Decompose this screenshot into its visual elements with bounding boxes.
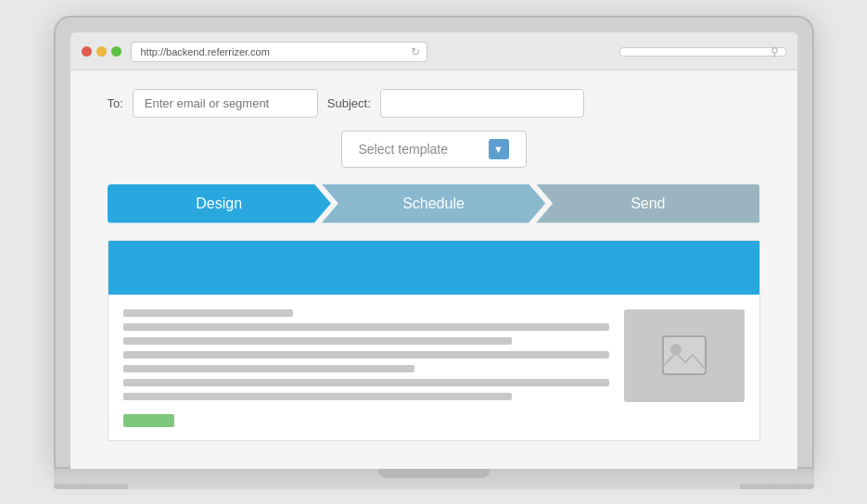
preview-line-1 [123, 309, 293, 317]
preview-header-bar [108, 241, 759, 295]
to-input[interactable] [133, 89, 318, 118]
subject-input[interactable] [380, 89, 584, 118]
minimize-dot[interactable] [96, 46, 107, 57]
close-dot[interactable] [82, 46, 92, 57]
preview-line-4 [123, 351, 609, 359]
laptop-foot-left [54, 484, 128, 489]
refresh-icon[interactable]: ↻ [411, 45, 420, 58]
step-send-label: Send [631, 195, 665, 212]
laptop-mockup: http://backend.referrizer.com ↻ ⚲ To: Su… [54, 16, 814, 489]
laptop-notch [378, 469, 490, 478]
browser-chrome: http://backend.referrizer.com ↻ ⚲ [70, 32, 797, 70]
preview-line-7 [123, 393, 512, 400]
step-schedule-label: Schedule [402, 195, 465, 212]
laptop-base [54, 469, 814, 489]
svg-rect-0 [663, 336, 706, 374]
to-label: To: [108, 96, 123, 110]
preview-line-6 [123, 379, 609, 386]
address-bar-text: http://backend.referrizer.com [141, 46, 270, 57]
subject-label: Subject: [327, 96, 371, 110]
search-bar[interactable]: ⚲ [619, 47, 786, 57]
preview-image-placeholder [624, 309, 745, 402]
address-bar[interactable]: http://backend.referrizer.com ↻ [131, 42, 427, 62]
preview-cta-button [123, 414, 174, 427]
browser-dots [82, 46, 121, 57]
step-design[interactable]: Design [108, 184, 331, 223]
laptop-screen-inner: http://backend.referrizer.com ↻ ⚲ To: Su… [70, 32, 797, 469]
browser-content: To: Subject: Select template ▼ Design [70, 70, 797, 469]
preview-line-3 [123, 337, 512, 345]
template-select-button[interactable]: Select template ▼ [341, 131, 527, 168]
preview-line-5 [123, 365, 414, 372]
step-design-label: Design [196, 195, 242, 212]
laptop-foot-right [740, 484, 814, 489]
maximize-dot[interactable] [111, 46, 121, 57]
step-send[interactable]: Send [536, 184, 759, 223]
steps-bar: Design Schedule Send [108, 184, 760, 223]
preview-body [108, 295, 759, 440]
step-schedule[interactable]: Schedule [322, 184, 545, 223]
laptop-screen-outer: http://backend.referrizer.com ↻ ⚲ To: Su… [54, 16, 814, 469]
email-form-row: To: Subject: [108, 89, 760, 118]
chevron-down-icon: ▼ [489, 139, 509, 159]
preview-line-2 [123, 323, 609, 331]
preview-text-column [123, 309, 609, 427]
search-icon[interactable]: ⚲ [771, 45, 779, 58]
template-select-label: Select template [359, 142, 449, 157]
email-preview [108, 240, 760, 441]
template-select-row: Select template ▼ [108, 131, 760, 168]
